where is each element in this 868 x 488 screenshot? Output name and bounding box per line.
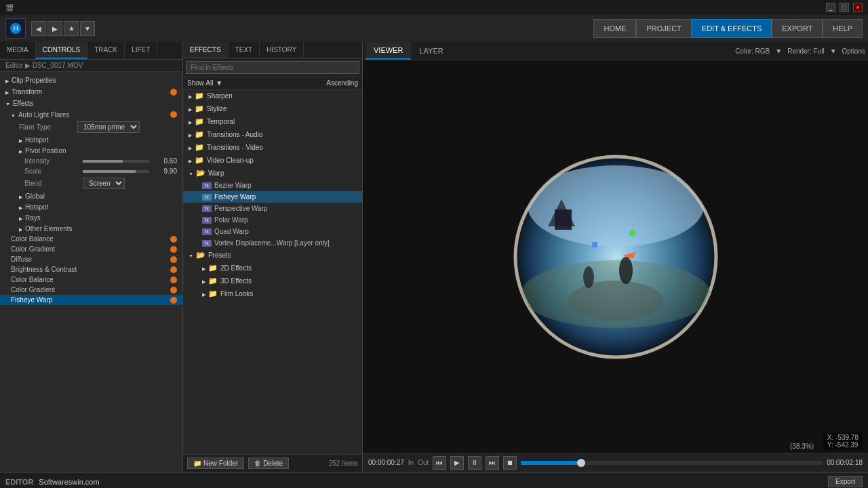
app-logo: H bbox=[5, 18, 26, 39]
transport-stop[interactable]: ⏹ bbox=[503, 456, 517, 470]
film-looks-group[interactable]: 📁 Film Looks bbox=[183, 287, 362, 300]
tab-media[interactable]: MEDIA bbox=[0, 42, 36, 59]
auto-light-flares-item[interactable]: Auto Light Flares bbox=[0, 109, 182, 120]
ascending-button[interactable]: Ascending bbox=[326, 79, 358, 87]
transitions-audio-group[interactable]: 📁 Transitions - Audio bbox=[183, 128, 362, 141]
color-gradient2-item[interactable]: Color Gradient bbox=[0, 285, 182, 295]
coord-x: X: -539.78 bbox=[827, 434, 859, 441]
brightness-contrast-item[interactable]: Brightness & Contrast bbox=[0, 264, 182, 274]
warp-label: Warp bbox=[208, 169, 224, 177]
color-gradient-item[interactable]: Color Gradient bbox=[0, 244, 182, 254]
nav-edit-button[interactable]: EDIT & EFFECTS bbox=[692, 19, 772, 38]
pivot-position-item[interactable]: Pivot Position bbox=[0, 145, 182, 156]
3d-effects-group[interactable]: 📁 3D Effects bbox=[183, 274, 362, 287]
diffuse-item[interactable]: Diffuse bbox=[0, 254, 182, 264]
minimize-button[interactable]: _ bbox=[826, 3, 835, 12]
clip-properties-header[interactable]: Clip Properties bbox=[0, 75, 182, 86]
nav-forward[interactable]: ▶ bbox=[47, 21, 62, 36]
sharpen-group[interactable]: 📁 Sharpen bbox=[183, 89, 362, 102]
nav-project-button[interactable]: PROJECT bbox=[636, 19, 691, 38]
title-bar: 🎬 _ □ × bbox=[0, 0, 868, 15]
nav-bookmark[interactable]: ★ bbox=[64, 21, 79, 36]
bezier-warp-item[interactable]: fx Bezier Warp bbox=[183, 180, 362, 191]
effects-footer: 📁 New Folder 🗑 Delete 252 items bbox=[183, 454, 362, 472]
scale-slider[interactable] bbox=[83, 170, 149, 173]
nav-menu[interactable]: ▼ bbox=[80, 21, 95, 36]
nav-home-button[interactable]: HOME bbox=[593, 19, 636, 38]
show-all-button[interactable]: Show All ▼ bbox=[187, 79, 222, 87]
color-balance2-dot bbox=[170, 277, 177, 283]
stylize-group[interactable]: 📁 Stylize bbox=[183, 102, 362, 115]
tab-controls[interactable]: CONTROLS bbox=[36, 42, 88, 59]
fisheye-warp-item[interactable]: Fisheye Warp bbox=[0, 295, 182, 305]
delete-button[interactable]: 🗑 Delete bbox=[248, 458, 289, 469]
fisheye-warp-dot bbox=[170, 297, 177, 304]
new-folder-button[interactable]: 📁 New Folder bbox=[187, 458, 244, 469]
transport-fill bbox=[521, 461, 581, 465]
color-gradient2-label: Color Gradient bbox=[11, 286, 167, 293]
effects-header[interactable]: Effects bbox=[0, 98, 182, 109]
global-item[interactable]: Global bbox=[0, 190, 182, 201]
tab-effects[interactable]: EFFECTS bbox=[183, 42, 229, 58]
transitions-video-group[interactable]: 📁 Transitions - Video bbox=[183, 141, 362, 154]
perspective-warp-item[interactable]: fx Perspective Warp bbox=[183, 203, 362, 214]
transport-pause[interactable]: ⏸ bbox=[468, 456, 481, 470]
intensity-slider[interactable] bbox=[83, 160, 149, 163]
effects-list[interactable]: 📁 Sharpen 📁 Stylize 📁 Temporal 📁 Transit… bbox=[183, 89, 362, 454]
warp-folder-icon: 📂 bbox=[196, 169, 205, 178]
warp-group[interactable]: 📂 Warp bbox=[183, 167, 362, 180]
controls-content[interactable]: Clip Properties Transform Effects Auto L… bbox=[0, 72, 182, 472]
nav-help-button[interactable]: HELP bbox=[823, 19, 863, 38]
close-button[interactable]: × bbox=[853, 3, 863, 12]
transport-time-end: 00:00:02:18 bbox=[827, 459, 863, 466]
left-panel: MEDIA CONTROLS TRACK LIFET Editor ▶ DSC_… bbox=[0, 42, 183, 472]
editor-export-button[interactable]: Export bbox=[828, 476, 863, 487]
rays-label: Rays bbox=[25, 214, 177, 222]
transport-progress[interactable] bbox=[521, 461, 823, 465]
2d-effects-group[interactable]: 📁 2D Effects bbox=[183, 262, 362, 274]
color-balance2-item[interactable]: Color Balance bbox=[0, 274, 182, 285]
2d-effects-chevron bbox=[202, 264, 205, 272]
tab-history[interactable]: HISTORY bbox=[260, 42, 304, 58]
blend-dropdown[interactable]: Screen bbox=[83, 178, 125, 189]
global-label: Global bbox=[25, 192, 177, 200]
maximize-button[interactable]: □ bbox=[840, 3, 849, 12]
fisheye-warp-effect-item[interactable]: fx Fisheye Warp bbox=[183, 191, 362, 203]
transport-play[interactable]: ▶ bbox=[450, 456, 464, 470]
color-balance-item[interactable]: Color Balance bbox=[0, 234, 182, 244]
transport-forward[interactable]: ⏭ bbox=[486, 456, 499, 470]
film-looks-label: Film Looks bbox=[220, 290, 253, 298]
tab-viewer[interactable]: VIEWER bbox=[366, 42, 411, 60]
tab-text[interactable]: TEXT bbox=[229, 42, 260, 58]
temporal-group[interactable]: 📁 Temporal bbox=[183, 115, 362, 128]
presets-group[interactable]: 📂 Presets bbox=[183, 249, 362, 262]
transform-header[interactable]: Transform bbox=[0, 86, 182, 98]
tab-lifet[interactable]: LIFET bbox=[125, 42, 157, 59]
rays-item[interactable]: Rays bbox=[0, 212, 182, 223]
editor-header: EDITOR Softwareswin.com Export bbox=[0, 473, 868, 488]
sharpen-chevron bbox=[189, 92, 192, 100]
effects-search-input[interactable] bbox=[186, 61, 359, 74]
hotspot2-item[interactable]: Hotspot bbox=[0, 201, 182, 212]
flare-type-dropdown[interactable]: 105mm prime bbox=[77, 121, 140, 133]
polar-warp-item[interactable]: fx Polar Warp bbox=[183, 214, 362, 226]
hotspot-item[interactable]: Hotspot bbox=[0, 134, 182, 145]
transport-time-start: 00:00:00:27 bbox=[368, 459, 404, 466]
transitions-video-label: Transitions - Video bbox=[207, 144, 263, 151]
quad-warp-item[interactable]: fx Quad Warp bbox=[183, 226, 362, 237]
top-nav: H ◀ ▶ ★ ▼ HOME PROJECT EDIT & EFFECTS EX… bbox=[0, 15, 868, 42]
rays-chevron bbox=[19, 214, 22, 222]
video-cleanup-group[interactable]: 📁 Video Clean-up bbox=[183, 154, 362, 167]
nav-export-button[interactable]: EXPORT bbox=[772, 19, 823, 38]
effects-count: 252 items bbox=[329, 460, 358, 467]
nav-back[interactable]: ◀ bbox=[31, 21, 46, 36]
tab-track[interactable]: TRACK bbox=[87, 42, 125, 59]
options-label[interactable]: Options bbox=[842, 47, 865, 55]
vortex-warp-item[interactable]: fx Vortex Displaceme...Warp [Layer only] bbox=[183, 237, 362, 249]
tab-layer[interactable]: LAYER bbox=[411, 43, 451, 59]
transport-rewind[interactable]: ⏮ bbox=[433, 456, 446, 470]
hotspot2-label: Hotspot bbox=[25, 203, 177, 211]
breadcrumb: Editor ▶ DSC_0017.MOV bbox=[0, 60, 182, 72]
other-elements-item[interactable]: Other Elements bbox=[0, 223, 182, 234]
transform-dot bbox=[170, 89, 177, 96]
